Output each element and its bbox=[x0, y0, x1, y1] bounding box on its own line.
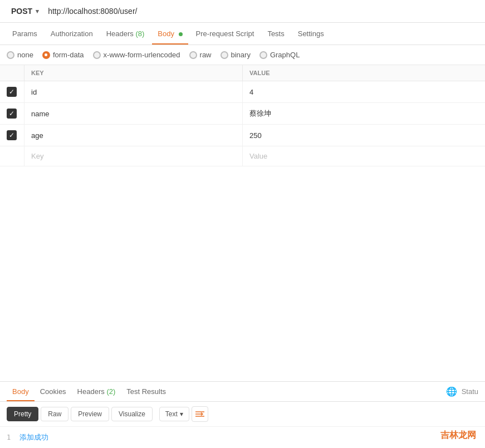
response-tab-body[interactable]: Body bbox=[7, 382, 35, 401]
response-line-1: 1 添加成功 bbox=[7, 432, 478, 442]
body-type-row: none form-data x-www-form-urlencoded raw… bbox=[0, 45, 485, 65]
mid-space bbox=[0, 166, 485, 381]
radio-none[interactable]: none bbox=[7, 51, 33, 59]
response-tab-test-results[interactable]: Test Results bbox=[121, 382, 172, 401]
text-dropdown-chevron: ▾ bbox=[180, 410, 183, 418]
radio-none-circle bbox=[7, 51, 14, 59]
table-row: ✓ id 4 bbox=[0, 81, 485, 103]
radio-binary[interactable]: binary bbox=[221, 51, 251, 59]
tab-tests[interactable]: Tests bbox=[262, 23, 290, 45]
table-placeholder-row: Key Value bbox=[0, 146, 485, 166]
checkmark-2: ✓ bbox=[9, 132, 14, 139]
main-container: POST ▾ Params Authorization Headers (8) … bbox=[0, 0, 485, 448]
line-number-1: 1 bbox=[7, 434, 11, 441]
radio-raw-circle bbox=[189, 51, 197, 59]
radio-urlencoded-circle bbox=[93, 51, 101, 59]
kv-table: KEY VALUE ✓ id 4 ✓ name bbox=[0, 65, 485, 166]
radio-graphql[interactable]: GraphQL bbox=[259, 51, 300, 59]
tab-body[interactable]: Body bbox=[152, 23, 188, 45]
tab-authorization[interactable]: Authorization bbox=[45, 23, 99, 45]
response-tabs-row: Body Cookies Headers (2) Test Results 🌐 … bbox=[0, 382, 485, 402]
table-row: ✓ name 蔡徐坤 bbox=[0, 103, 485, 125]
checkbox-1[interactable]: ✓ bbox=[7, 109, 17, 119]
value-cell-0[interactable]: 4 bbox=[243, 81, 486, 103]
wrap-icon bbox=[195, 410, 205, 418]
value-placeholder: Value bbox=[249, 152, 267, 160]
globe-icon[interactable]: 🌐 bbox=[446, 386, 457, 397]
wrap-button[interactable] bbox=[192, 406, 208, 422]
text-dropdown[interactable]: Text ▾ bbox=[159, 407, 189, 421]
response-body: 1 添加成功 bbox=[0, 427, 485, 448]
value-cell-1[interactable]: 蔡徐坤 bbox=[243, 103, 486, 125]
brand-text: 吉林龙网 bbox=[440, 430, 476, 440]
checkbox-2[interactable]: ✓ bbox=[7, 130, 17, 140]
col-header-key: KEY bbox=[25, 65, 243, 81]
checkmark-0: ✓ bbox=[9, 88, 14, 95]
format-btn-visualize[interactable]: Visualize bbox=[111, 407, 153, 421]
col-header-value: VALUE bbox=[243, 65, 486, 81]
tab-pre-request-script[interactable]: Pre-request Script bbox=[190, 23, 260, 45]
method-select[interactable]: POST ▾ bbox=[7, 4, 43, 18]
table-row: ✓ age 250 bbox=[0, 125, 485, 146]
response-tab-right: 🌐 Statu bbox=[446, 386, 478, 397]
radio-raw[interactable]: raw bbox=[189, 51, 212, 59]
method-chevron: ▾ bbox=[36, 8, 39, 15]
radio-binary-circle bbox=[221, 51, 228, 59]
tab-headers[interactable]: Headers (8) bbox=[101, 23, 150, 45]
response-headers-badge: (2) bbox=[106, 387, 115, 396]
format-btn-raw[interactable]: Raw bbox=[41, 407, 68, 421]
format-btn-preview[interactable]: Preview bbox=[71, 407, 109, 421]
radio-urlencoded[interactable]: x-www-form-urlencoded bbox=[93, 51, 180, 59]
response-text-1: 添加成功 bbox=[19, 432, 48, 442]
checkbox-cell-0[interactable]: ✓ bbox=[0, 81, 25, 103]
radio-graphql-circle bbox=[259, 51, 267, 59]
url-input[interactable] bbox=[48, 7, 478, 16]
tab-settings[interactable]: Settings bbox=[292, 23, 330, 45]
radio-form-data-circle bbox=[42, 51, 50, 59]
text-dropdown-label: Text bbox=[165, 410, 178, 418]
response-tab-headers[interactable]: Headers (2) bbox=[72, 382, 121, 401]
checkbox-cell-2[interactable]: ✓ bbox=[0, 125, 25, 146]
value-cell-2[interactable]: 250 bbox=[243, 125, 486, 146]
key-placeholder: Key bbox=[31, 152, 43, 160]
col-header-checkbox bbox=[0, 65, 25, 81]
method-label: POST bbox=[11, 7, 32, 16]
response-format-row: Pretty Raw Preview Visualize Text ▾ bbox=[0, 402, 485, 427]
url-bar: POST ▾ bbox=[0, 0, 485, 23]
checkbox-0[interactable]: ✓ bbox=[7, 87, 17, 97]
key-cell-0[interactable]: id bbox=[25, 81, 243, 103]
checkmark-1: ✓ bbox=[9, 110, 14, 117]
tab-params[interactable]: Params bbox=[7, 23, 43, 45]
headers-badge: (8) bbox=[135, 29, 144, 38]
radio-form-data[interactable]: form-data bbox=[42, 51, 84, 59]
response-section: Body Cookies Headers (2) Test Results 🌐 … bbox=[0, 381, 485, 448]
status-label: Statu bbox=[462, 387, 478, 396]
body-tab-dot bbox=[179, 32, 183, 36]
key-cell-1[interactable]: name bbox=[25, 103, 243, 125]
format-btn-pretty[interactable]: Pretty bbox=[7, 407, 38, 421]
brand-footer: 吉林龙网 bbox=[440, 430, 476, 441]
request-tabs-row: Params Authorization Headers (8) Body Pr… bbox=[0, 23, 485, 45]
checkbox-cell-1[interactable]: ✓ bbox=[0, 103, 25, 125]
key-cell-2[interactable]: age bbox=[25, 125, 243, 146]
response-tab-cookies[interactable]: Cookies bbox=[35, 382, 72, 401]
